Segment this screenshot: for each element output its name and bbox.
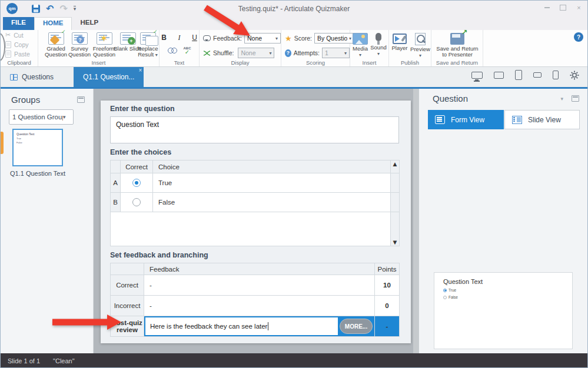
points-correct-value[interactable]: 10 xyxy=(375,275,400,296)
choices-corner-cell xyxy=(111,160,121,173)
title-bar: qm ↶ ↷ ▾ Testing.quiz* - Articulate Quiz… xyxy=(1,1,587,17)
more-button[interactable]: MORE... xyxy=(340,319,373,334)
preview-option-true: True xyxy=(449,288,456,292)
points-header: Points xyxy=(375,263,400,275)
phone-landscape-icon[interactable] xyxy=(533,72,542,78)
close-button[interactable]: × xyxy=(574,3,584,12)
postquiz-points-value[interactable]: - xyxy=(375,316,400,337)
hyperlink-icon[interactable] xyxy=(168,47,177,54)
text-caret xyxy=(268,322,268,330)
question-form: Enter the question Question Text Enter t… xyxy=(101,101,411,343)
group-label-clipboard: Clipboard xyxy=(1,59,38,66)
feedback-correct-value[interactable]: - xyxy=(144,275,375,296)
choices-scrollbar2[interactable] xyxy=(391,193,400,212)
slide-preview-card[interactable]: Question Text True False xyxy=(434,272,573,349)
groups-autohide-icon[interactable] xyxy=(77,96,85,103)
slide-view-icon xyxy=(512,116,522,124)
gear-icon[interactable] xyxy=(570,71,579,80)
radio-false-icon[interactable] xyxy=(132,198,141,206)
slide-count: Slide 1 of 1 xyxy=(8,357,40,364)
desktop-preview-icon[interactable] xyxy=(471,72,483,79)
ribbon-tab-bar: FILE HOME HELP xyxy=(1,17,587,30)
player-button[interactable]: Player xyxy=(390,32,410,51)
spellcheck-icon[interactable]: ABC✓ xyxy=(184,47,191,55)
choice-b-text[interactable]: False xyxy=(153,193,391,212)
media-icon xyxy=(353,33,368,45)
tab-question-q11[interactable]: Q1.1 Question... × xyxy=(74,67,144,87)
group-label-publish: Publish xyxy=(389,59,431,66)
choice-row-label-a: A xyxy=(111,173,121,193)
tab-home[interactable]: HOME xyxy=(34,17,72,30)
minimize-button[interactable] xyxy=(542,3,552,12)
questions-tab-icon xyxy=(10,74,18,81)
choices-scroll-down[interactable]: ▼ xyxy=(391,212,400,246)
feedback-incorrect-value[interactable]: - xyxy=(144,296,375,316)
panel-autohide-icon[interactable] xyxy=(572,95,579,102)
preview-question-text: Question Text xyxy=(443,278,563,285)
bold-button[interactable]: B xyxy=(160,34,168,42)
tab-file[interactable]: FILE xyxy=(3,17,34,30)
form-view-button[interactable]: Form View xyxy=(428,110,504,129)
sound-icon xyxy=(376,33,381,41)
choice-a-correct-cell[interactable] xyxy=(121,173,153,193)
radio-true-icon[interactable] xyxy=(132,179,141,187)
tab-help[interactable]: HELP xyxy=(72,17,107,30)
feedback-dropdown[interactable]: None▾ xyxy=(244,33,281,44)
question-panel: Question ▾ Form View Slide View Question… xyxy=(418,89,587,353)
replace-result-caret-icon: ▾ xyxy=(155,52,158,58)
feedback-table: Feedback Points Correct - 10 Incorrect -… xyxy=(110,263,400,337)
question-group-dropdown[interactable]: 1 Question Group▾ xyxy=(9,109,74,125)
choices-empty-area[interactable] xyxy=(111,212,391,246)
attempts-label: Attempts: xyxy=(294,49,320,56)
panel-dropdown-icon[interactable]: ▾ xyxy=(560,96,563,102)
question-text-input[interactable]: Question Text xyxy=(110,116,399,143)
group-label-save-return: Save and Return xyxy=(431,59,483,66)
slide-view-button[interactable]: Slide View xyxy=(504,110,580,129)
tablet-landscape-icon[interactable] xyxy=(494,72,504,79)
tablet-portrait-icon[interactable] xyxy=(515,70,522,80)
feedback-corner-cell xyxy=(111,263,144,275)
group-scoring: ★ Score: By Question▾ ? Attempts: 1▾ Sco… xyxy=(281,30,350,66)
group-display: Feedback: None▾ Shuffle: None▾ Display xyxy=(200,30,281,66)
group-label-display: Display xyxy=(200,59,281,66)
feedback-row-correct-label: Correct xyxy=(111,275,144,296)
preview-radio-true-icon xyxy=(443,289,447,292)
graded-question-icon: ✓ xyxy=(48,32,64,45)
tab-questions[interactable]: Questions xyxy=(1,67,63,87)
choice-b-correct-cell[interactable] xyxy=(121,193,153,212)
canvas-scrollbar[interactable] xyxy=(413,89,418,353)
choices-heading: Enter the choices xyxy=(110,148,401,156)
italic-button[interactable]: I xyxy=(175,34,184,42)
thumb-option-false: False xyxy=(16,141,59,144)
player-icon xyxy=(393,34,407,44)
question-panel-title: Question xyxy=(433,93,560,103)
replace-result-icon: ✓ xyxy=(140,32,156,45)
freeform-question-icon: ✶ xyxy=(97,32,112,45)
replace-result-button[interactable]: ✓ Replace Result ▾ xyxy=(135,32,161,58)
save-and-return-button[interactable]: Save and Returnto Presenter xyxy=(436,32,479,58)
attempts-icon: ? xyxy=(285,49,291,57)
phone-portrait-icon[interactable] xyxy=(553,71,559,79)
slide-thumbnail[interactable]: Question Text True False xyxy=(12,129,63,166)
score-dropdown[interactable]: By Question▾ xyxy=(314,33,354,44)
underline-button[interactable]: U xyxy=(191,34,199,42)
choices-header-choice: Choice xyxy=(153,160,391,173)
maximize-button[interactable] xyxy=(558,3,568,12)
tab-close-icon[interactable]: × xyxy=(139,68,142,73)
postquiz-feedback-input[interactable]: Here is the feedback they can see later xyxy=(144,316,339,336)
choices-scroll-up[interactable]: ▲ xyxy=(391,160,400,173)
choice-row-label-b: B xyxy=(111,193,121,212)
preview-option-false: False xyxy=(449,295,458,299)
shuffle-icon xyxy=(203,50,211,56)
shuffle-dropdown: None▾ xyxy=(238,48,274,58)
choice-a-text[interactable]: True xyxy=(153,173,391,193)
sound-button[interactable]: Sound▾ xyxy=(369,32,388,56)
preview-radio-false-icon xyxy=(443,296,447,299)
points-incorrect-value[interactable]: 0 xyxy=(375,296,400,316)
help-icon[interactable]: ? xyxy=(574,32,583,42)
window-title: Testing.quiz* - Articulate Quizmaker xyxy=(1,5,587,13)
preview-button[interactable]: Preview▾ xyxy=(409,32,431,58)
choices-scrollbar[interactable] xyxy=(391,173,400,193)
media-button[interactable]: Media▾ xyxy=(351,32,370,58)
preview-icon xyxy=(415,33,426,45)
